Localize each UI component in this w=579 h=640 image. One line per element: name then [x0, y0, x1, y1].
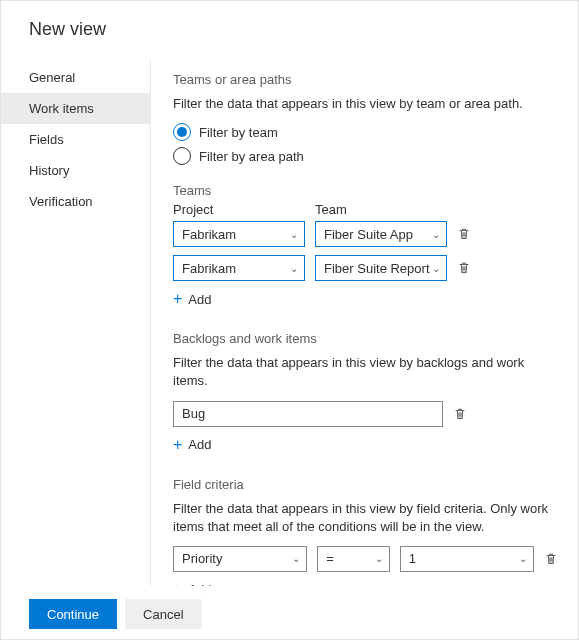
- delete-icon[interactable]: [453, 407, 467, 421]
- sidebar-item-work-items[interactable]: Work items: [1, 93, 150, 124]
- backlog-row: Bug: [173, 401, 558, 427]
- add-label: Add: [188, 437, 211, 452]
- criteria-value-dropdown[interactable]: 1 ⌄: [400, 546, 534, 572]
- chevron-down-icon: ⌄: [519, 553, 527, 564]
- sidebar: General Work items Fields History Verifi…: [1, 58, 151, 586]
- team-dropdown[interactable]: Fiber Suite App ⌄: [315, 221, 447, 247]
- dropdown-value: Priority: [182, 551, 222, 566]
- project-dropdown[interactable]: Fabrikam ⌄: [173, 255, 305, 281]
- chevron-down-icon: ⌄: [290, 263, 298, 274]
- section-title-criteria: Field criteria: [173, 477, 558, 492]
- chevron-down-icon: ⌄: [292, 553, 300, 564]
- team-dropdown[interactable]: Fiber Suite Report ⌄: [315, 255, 447, 281]
- radio-icon: [173, 123, 191, 141]
- continue-button[interactable]: Continue: [29, 599, 117, 629]
- dropdown-value: Fiber Suite App: [324, 227, 413, 242]
- input-value: Bug: [182, 406, 205, 421]
- section-desc-criteria: Filter the data that appears in this vie…: [173, 500, 558, 536]
- plus-icon: +: [173, 437, 182, 453]
- col-header-project: Project: [173, 202, 305, 217]
- teams-sub-label: Teams: [173, 183, 558, 198]
- chevron-down-icon: ⌄: [432, 229, 440, 240]
- backlog-input[interactable]: Bug: [173, 401, 443, 427]
- project-dropdown[interactable]: Fabrikam ⌄: [173, 221, 305, 247]
- criteria-row: Priority ⌄ = ⌄ 1 ⌄: [173, 546, 558, 572]
- plus-icon: +: [173, 291, 182, 307]
- sidebar-item-general[interactable]: General: [1, 62, 150, 93]
- section-desc-backlogs: Filter the data that appears in this vie…: [173, 354, 558, 390]
- cancel-button[interactable]: Cancel: [125, 599, 201, 629]
- dropdown-value: 1: [409, 551, 416, 566]
- dropdown-value: =: [326, 551, 334, 566]
- delete-icon[interactable]: [457, 261, 471, 275]
- criteria-operator-dropdown[interactable]: = ⌄: [317, 546, 389, 572]
- team-row: Fabrikam ⌄ Fiber Suite Report ⌄: [173, 255, 558, 281]
- add-backlog-button[interactable]: + Add: [173, 437, 558, 453]
- dropdown-value: Fiber Suite Report: [324, 261, 430, 276]
- footer: Continue Cancel: [1, 589, 578, 639]
- add-label: Add: [188, 582, 211, 586]
- criteria-field-dropdown[interactable]: Priority ⌄: [173, 546, 307, 572]
- col-header-team: Team: [315, 202, 447, 217]
- plus-icon: +: [173, 582, 182, 586]
- radio-label: Filter by area path: [199, 149, 304, 164]
- delete-icon[interactable]: [544, 552, 558, 566]
- dialog-title: New view: [1, 1, 578, 58]
- radio-label: Filter by team: [199, 125, 278, 140]
- radio-filter-by-team[interactable]: Filter by team: [173, 123, 558, 141]
- main-panel: Teams or area paths Filter the data that…: [151, 58, 578, 586]
- chevron-down-icon: ⌄: [375, 553, 383, 564]
- sidebar-item-fields[interactable]: Fields: [1, 124, 150, 155]
- add-team-button[interactable]: + Add: [173, 291, 558, 307]
- dropdown-value: Fabrikam: [182, 227, 236, 242]
- sidebar-item-verification[interactable]: Verification: [1, 186, 150, 217]
- delete-icon[interactable]: [457, 227, 471, 241]
- sidebar-item-history[interactable]: History: [1, 155, 150, 186]
- dropdown-value: Fabrikam: [182, 261, 236, 276]
- add-label: Add: [188, 292, 211, 307]
- chevron-down-icon: ⌄: [290, 229, 298, 240]
- radio-filter-by-area[interactable]: Filter by area path: [173, 147, 558, 165]
- chevron-down-icon: ⌄: [432, 263, 440, 274]
- section-title-teams: Teams or area paths: [173, 72, 558, 87]
- section-title-backlogs: Backlogs and work items: [173, 331, 558, 346]
- radio-icon: [173, 147, 191, 165]
- add-criteria-button[interactable]: + Add: [173, 582, 558, 586]
- team-row: Fabrikam ⌄ Fiber Suite App ⌄: [173, 221, 558, 247]
- section-desc-teams: Filter the data that appears in this vie…: [173, 95, 558, 113]
